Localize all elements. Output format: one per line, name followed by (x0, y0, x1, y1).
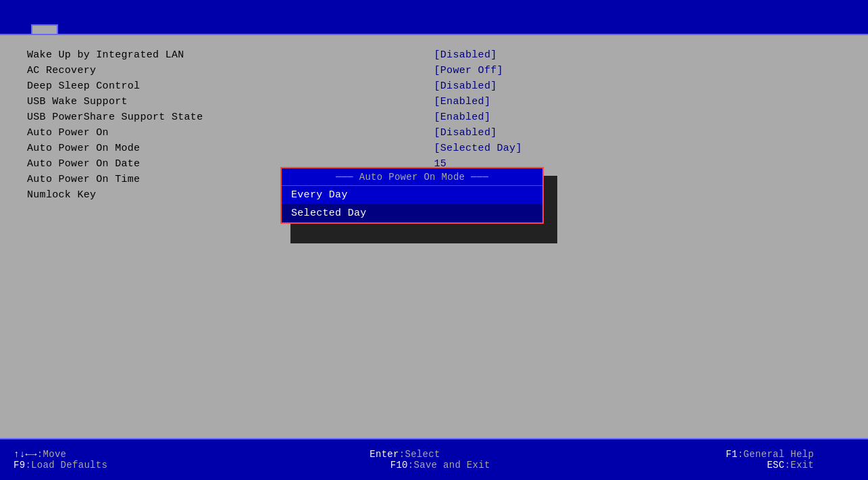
settings-value: [Power Off] (434, 65, 503, 76)
footer-desc: :Move (37, 449, 67, 460)
settings-label: USB PowerShare Support State (27, 112, 434, 123)
main-content: Wake Up by Integrated LAN[Disabled]AC Re… (0, 35, 868, 438)
settings-row: AC Recovery[Power Off] (27, 63, 841, 78)
footer-desc: :Load Defaults (25, 460, 107, 471)
footer-desc: :Save and Exit (408, 460, 490, 471)
footer-item: F1:General Help (725, 449, 814, 460)
settings-row: Auto Power On[Disabled] (27, 125, 841, 141)
settings-value: [Enabled] (434, 96, 491, 107)
settings-label: Auto Power On Mode (27, 143, 434, 154)
footer-key: F9 (14, 460, 25, 471)
popup-item[interactable]: Every Day (282, 186, 542, 204)
settings-value: [Enabled] (434, 112, 491, 123)
footer-key: F10 (390, 460, 408, 471)
footer-key: ↑↓←→ (14, 449, 37, 460)
footer-item: Enter:Select (369, 449, 685, 460)
footer-desc: :Exit (784, 460, 814, 471)
footer-item: ESC:Exit (767, 460, 814, 471)
settings-row: Deep Sleep Control[Disabled] (27, 78, 841, 94)
footer-desc: :General Help (738, 449, 814, 460)
settings-value: [Disabled] (434, 49, 497, 61)
settings-row: Auto Power On Mode[Selected Day] (27, 141, 841, 156)
brand-label (0, 0, 24, 34)
popup-title: ─── Auto Power On Mode ─── (282, 168, 542, 186)
settings-label: USB Wake Support (27, 96, 434, 107)
footer-desc: :Select (399, 449, 440, 460)
settings-label: Deep Sleep Control (27, 80, 434, 92)
settings-row: USB Wake Support[Enabled] (27, 94, 841, 110)
tab-advanced[interactable] (31, 24, 58, 34)
popup-auto-power-on-mode: ─── Auto Power On Mode ─── Every DaySele… (280, 167, 544, 224)
footer-key: Enter (369, 449, 399, 460)
tab-bar (24, 0, 58, 34)
settings-row: USB PowerShare Support State[Enabled] (27, 110, 841, 125)
settings-value: [Disabled] (434, 127, 497, 139)
settings-label: Wake Up by Integrated LAN (27, 49, 434, 61)
footer-item: ↑↓←→:Move (14, 449, 329, 460)
settings-value: [Disabled] (434, 80, 497, 92)
footer-key: ESC (767, 460, 784, 471)
popup-item[interactable]: Selected Day (282, 204, 542, 222)
footer-item: F9:Load Defaults (14, 460, 350, 471)
footer-item: F10:Save and Exit (390, 460, 727, 471)
utility-title (844, 0, 868, 34)
header-bar (0, 0, 868, 35)
settings-value: [Selected Day] (434, 143, 522, 154)
footer-key: F1 (725, 449, 737, 460)
footer-bar: ↑↓←→:MoveEnter:SelectF1:General HelpF9:L… (0, 438, 868, 480)
settings-label: Auto Power On (27, 127, 434, 139)
settings-label: AC Recovery (27, 65, 434, 76)
settings-row: Wake Up by Integrated LAN[Disabled] (27, 47, 841, 63)
